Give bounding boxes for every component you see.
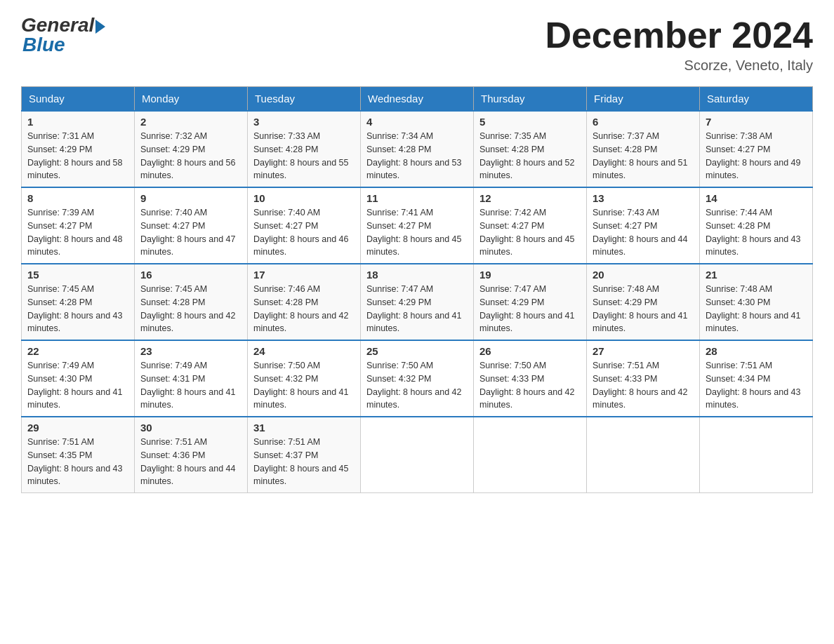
day-info: Sunrise: 7:44 AMSunset: 4:28 PMDaylight:… xyxy=(706,206,807,259)
day-number: 6 xyxy=(593,116,694,128)
day-info: Sunrise: 7:42 AMSunset: 4:27 PMDaylight:… xyxy=(479,206,581,259)
day-info: Sunrise: 7:33 AMSunset: 4:28 PMDaylight:… xyxy=(253,130,355,182)
calendar-cell: 25Sunrise: 7:50 AMSunset: 4:32 PMDayligh… xyxy=(361,340,474,417)
calendar-cell: 21Sunrise: 7:48 AMSunset: 4:30 PMDayligh… xyxy=(700,264,813,340)
day-number: 1 xyxy=(27,116,128,128)
day-info: Sunrise: 7:48 AMSunset: 4:29 PMDaylight:… xyxy=(593,283,694,335)
calendar-cell: 29Sunrise: 7:51 AMSunset: 4:35 PMDayligh… xyxy=(22,417,135,493)
calendar-week-row: 22Sunrise: 7:49 AMSunset: 4:30 PMDayligh… xyxy=(22,340,813,417)
day-info: Sunrise: 7:51 AMSunset: 4:36 PMDaylight:… xyxy=(140,436,241,488)
day-info: Sunrise: 7:51 AMSunset: 4:33 PMDaylight:… xyxy=(593,359,694,412)
calendar-cell: 18Sunrise: 7:47 AMSunset: 4:29 PMDayligh… xyxy=(361,264,474,340)
day-number: 9 xyxy=(140,192,241,204)
day-number: 29 xyxy=(27,422,128,434)
calendar-cell: 30Sunrise: 7:51 AMSunset: 4:36 PMDayligh… xyxy=(135,417,248,493)
day-number: 16 xyxy=(140,269,241,281)
header-friday: Friday xyxy=(587,87,700,112)
day-number: 11 xyxy=(366,192,468,204)
day-info: Sunrise: 7:51 AMSunset: 4:37 PMDaylight:… xyxy=(253,436,355,488)
calendar-cell: 24Sunrise: 7:50 AMSunset: 4:32 PMDayligh… xyxy=(248,340,361,417)
calendar-cell xyxy=(474,417,587,493)
day-number: 31 xyxy=(253,422,355,434)
header-thursday: Thursday xyxy=(474,87,587,112)
day-number: 3 xyxy=(253,116,355,128)
calendar-cell: 6Sunrise: 7:37 AMSunset: 4:28 PMDaylight… xyxy=(587,111,700,187)
calendar-week-row: 29Sunrise: 7:51 AMSunset: 4:35 PMDayligh… xyxy=(22,417,813,493)
calendar-cell: 16Sunrise: 7:45 AMSunset: 4:28 PMDayligh… xyxy=(135,264,248,340)
day-number: 26 xyxy=(479,345,581,357)
header-sunday: Sunday xyxy=(22,87,135,112)
header-monday: Monday xyxy=(135,87,248,112)
calendar-cell: 1Sunrise: 7:31 AMSunset: 4:29 PMDaylight… xyxy=(22,111,135,187)
page-header: General Blue December 2024 Scorze, Venet… xyxy=(21,14,813,74)
day-info: Sunrise: 7:51 AMSunset: 4:34 PMDaylight:… xyxy=(706,359,807,412)
day-info: Sunrise: 7:45 AMSunset: 4:28 PMDaylight:… xyxy=(140,283,241,335)
day-number: 23 xyxy=(140,345,241,357)
calendar-cell: 27Sunrise: 7:51 AMSunset: 4:33 PMDayligh… xyxy=(587,340,700,417)
calendar-week-row: 1Sunrise: 7:31 AMSunset: 4:29 PMDaylight… xyxy=(22,111,813,187)
calendar-cell: 31Sunrise: 7:51 AMSunset: 4:37 PMDayligh… xyxy=(248,417,361,493)
header-wednesday: Wednesday xyxy=(361,87,474,112)
day-number: 28 xyxy=(706,345,807,357)
day-info: Sunrise: 7:38 AMSunset: 4:27 PMDaylight:… xyxy=(706,130,807,182)
day-number: 25 xyxy=(366,345,468,357)
day-number: 4 xyxy=(366,116,468,128)
calendar-cell: 23Sunrise: 7:49 AMSunset: 4:31 PMDayligh… xyxy=(135,340,248,417)
header-tuesday: Tuesday xyxy=(248,87,361,112)
calendar-cell: 7Sunrise: 7:38 AMSunset: 4:27 PMDaylight… xyxy=(700,111,813,187)
logo: General Blue xyxy=(21,14,105,56)
calendar-cell: 15Sunrise: 7:45 AMSunset: 4:28 PMDayligh… xyxy=(22,264,135,340)
day-info: Sunrise: 7:39 AMSunset: 4:27 PMDaylight:… xyxy=(27,206,128,259)
location-text: Scorze, Veneto, Italy xyxy=(545,58,813,74)
day-number: 21 xyxy=(706,269,807,281)
day-info: Sunrise: 7:31 AMSunset: 4:29 PMDaylight:… xyxy=(27,130,128,182)
day-number: 15 xyxy=(27,269,128,281)
calendar-cell: 9Sunrise: 7:40 AMSunset: 4:27 PMDaylight… xyxy=(135,187,248,264)
calendar-cell: 11Sunrise: 7:41 AMSunset: 4:27 PMDayligh… xyxy=(361,187,474,264)
day-info: Sunrise: 7:47 AMSunset: 4:29 PMDaylight:… xyxy=(366,283,468,335)
day-number: 5 xyxy=(479,116,581,128)
day-number: 10 xyxy=(253,192,355,204)
calendar-cell: 26Sunrise: 7:50 AMSunset: 4:33 PMDayligh… xyxy=(474,340,587,417)
day-info: Sunrise: 7:41 AMSunset: 4:27 PMDaylight:… xyxy=(366,206,468,259)
day-info: Sunrise: 7:51 AMSunset: 4:35 PMDaylight:… xyxy=(27,436,128,488)
day-info: Sunrise: 7:32 AMSunset: 4:29 PMDaylight:… xyxy=(140,130,241,182)
calendar-cell: 13Sunrise: 7:43 AMSunset: 4:27 PMDayligh… xyxy=(587,187,700,264)
day-number: 22 xyxy=(27,345,128,357)
calendar-cell: 19Sunrise: 7:47 AMSunset: 4:29 PMDayligh… xyxy=(474,264,587,340)
day-info: Sunrise: 7:49 AMSunset: 4:30 PMDaylight:… xyxy=(27,359,128,412)
weekday-header-row: Sunday Monday Tuesday Wednesday Thursday… xyxy=(22,87,813,112)
month-title: December 2024 xyxy=(545,14,813,56)
calendar-week-row: 8Sunrise: 7:39 AMSunset: 4:27 PMDaylight… xyxy=(22,187,813,264)
calendar-cell: 22Sunrise: 7:49 AMSunset: 4:30 PMDayligh… xyxy=(22,340,135,417)
day-number: 14 xyxy=(706,192,807,204)
calendar-cell xyxy=(361,417,474,493)
day-info: Sunrise: 7:35 AMSunset: 4:28 PMDaylight:… xyxy=(479,130,581,182)
day-number: 30 xyxy=(140,422,241,434)
day-info: Sunrise: 7:37 AMSunset: 4:28 PMDaylight:… xyxy=(593,130,694,182)
day-number: 12 xyxy=(479,192,581,204)
day-info: Sunrise: 7:49 AMSunset: 4:31 PMDaylight:… xyxy=(140,359,241,412)
day-info: Sunrise: 7:50 AMSunset: 4:32 PMDaylight:… xyxy=(366,359,468,412)
day-number: 27 xyxy=(593,345,694,357)
day-info: Sunrise: 7:48 AMSunset: 4:30 PMDaylight:… xyxy=(706,283,807,335)
calendar-cell: 14Sunrise: 7:44 AMSunset: 4:28 PMDayligh… xyxy=(700,187,813,264)
day-info: Sunrise: 7:34 AMSunset: 4:28 PMDaylight:… xyxy=(366,130,468,182)
logo-blue-text: Blue xyxy=(22,34,65,56)
title-area: December 2024 Scorze, Veneto, Italy xyxy=(545,14,813,74)
logo-arrow-icon xyxy=(95,20,105,34)
calendar-cell: 2Sunrise: 7:32 AMSunset: 4:29 PMDaylight… xyxy=(135,111,248,187)
day-number: 8 xyxy=(27,192,128,204)
day-number: 24 xyxy=(253,345,355,357)
calendar-cell: 20Sunrise: 7:48 AMSunset: 4:29 PMDayligh… xyxy=(587,264,700,340)
day-number: 2 xyxy=(140,116,241,128)
day-info: Sunrise: 7:47 AMSunset: 4:29 PMDaylight:… xyxy=(479,283,581,335)
day-info: Sunrise: 7:45 AMSunset: 4:28 PMDaylight:… xyxy=(27,283,128,335)
calendar-cell: 4Sunrise: 7:34 AMSunset: 4:28 PMDaylight… xyxy=(361,111,474,187)
calendar-cell: 17Sunrise: 7:46 AMSunset: 4:28 PMDayligh… xyxy=(248,264,361,340)
calendar-cell: 3Sunrise: 7:33 AMSunset: 4:28 PMDaylight… xyxy=(248,111,361,187)
day-number: 13 xyxy=(593,192,694,204)
day-info: Sunrise: 7:40 AMSunset: 4:27 PMDaylight:… xyxy=(140,206,241,259)
day-info: Sunrise: 7:46 AMSunset: 4:28 PMDaylight:… xyxy=(253,283,355,335)
calendar-cell: 5Sunrise: 7:35 AMSunset: 4:28 PMDaylight… xyxy=(474,111,587,187)
